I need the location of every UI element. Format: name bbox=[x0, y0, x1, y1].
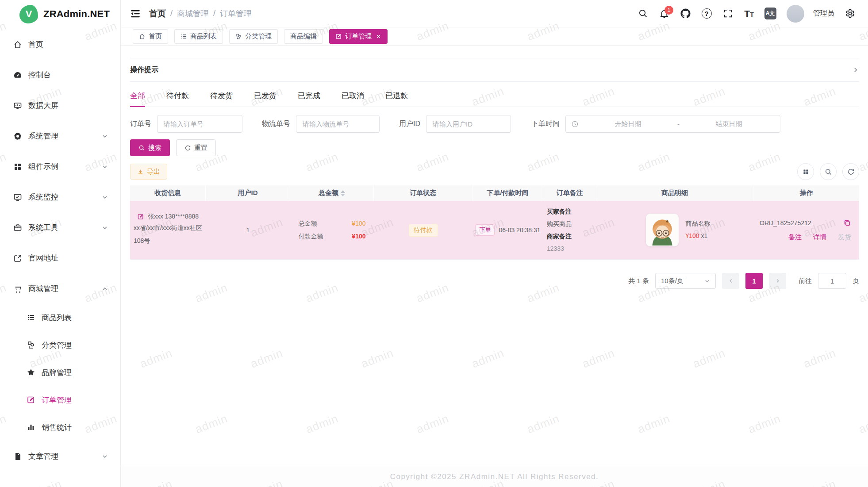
tag-category[interactable]: 分类管理 bbox=[229, 29, 278, 44]
export-button[interactable]: 导出 bbox=[130, 164, 167, 180]
tag-product-edit[interactable]: 商品编辑 bbox=[284, 29, 323, 44]
order-time-value: 06-03 20:38:31 bbox=[499, 226, 540, 234]
date-range-separator: - bbox=[677, 120, 680, 128]
breadcrumb-mall[interactable]: 商城管理 bbox=[177, 8, 209, 19]
user-avatar[interactable] bbox=[787, 5, 804, 23]
col-header-user-id: 用户ID bbox=[206, 185, 290, 201]
bar-chart-icon bbox=[27, 423, 35, 432]
ship-action-button[interactable]: 发货 bbox=[838, 233, 851, 242]
tracking-no-input[interactable] bbox=[296, 115, 380, 133]
header-search-button[interactable] bbox=[634, 5, 651, 22]
order-no-input[interactable] bbox=[157, 115, 242, 133]
tips-panel-header[interactable]: 操作提示 bbox=[130, 58, 859, 82]
filter-form: 订单号 物流单号 用户ID 下单时间 开始日期 - 结束日期 bbox=[130, 115, 859, 133]
sidebar-item-sales-stats[interactable]: 销售统计 bbox=[0, 414, 120, 441]
sidebar: V ZRAdmin.NET 首页 控制台 数据大屏 系统管理 bbox=[0, 0, 121, 487]
note-action-button[interactable]: 备注 bbox=[788, 233, 802, 242]
end-date-placeholder: 结束日期 bbox=[683, 120, 775, 128]
sidebar-item-orders[interactable]: 订单管理 bbox=[0, 386, 120, 414]
close-icon[interactable] bbox=[376, 34, 381, 39]
breadcrumb: 首页 / 商城管理 / 订单管理 bbox=[149, 8, 252, 19]
refresh-icon bbox=[847, 168, 855, 176]
tab-all[interactable]: 全部 bbox=[130, 87, 145, 107]
search-icon bbox=[638, 8, 648, 19]
sidebar-item-data-screen[interactable]: 数据大屏 bbox=[0, 90, 120, 121]
product-image[interactable] bbox=[646, 214, 679, 246]
sidebar-item-mall[interactable]: 商城管理 bbox=[0, 273, 120, 304]
sidebar-menu: 首页 控制台 数据大屏 系统管理 组件示例 系统监控 bbox=[0, 28, 120, 472]
breadcrumb-home[interactable]: 首页 bbox=[149, 8, 166, 19]
settings-button[interactable] bbox=[841, 5, 858, 22]
detail-action-button[interactable]: 详情 bbox=[813, 233, 826, 242]
main-area: 首页 / 商城管理 / 订单管理 1 ? bbox=[121, 0, 868, 487]
chevron-up-icon bbox=[102, 286, 108, 292]
col-header-actions: 操作 bbox=[753, 185, 859, 201]
external-link-icon bbox=[13, 254, 22, 263]
sidebar-fold-button[interactable] bbox=[128, 6, 143, 21]
sidebar-item-website[interactable]: 官网地址 bbox=[0, 243, 120, 273]
order-time-label: 下单时间 bbox=[531, 119, 560, 129]
next-page-button[interactable] bbox=[769, 273, 786, 289]
language-button[interactable]: A文 bbox=[762, 5, 779, 22]
column-settings-button[interactable] bbox=[797, 163, 814, 180]
clock-icon bbox=[571, 120, 579, 128]
sidebar-item-components[interactable]: 组件示例 bbox=[0, 151, 120, 182]
copy-icon[interactable] bbox=[843, 219, 851, 227]
tab-shipped[interactable]: 已发货 bbox=[254, 87, 277, 107]
home-icon bbox=[139, 33, 146, 40]
help-button[interactable]: ? bbox=[698, 5, 715, 22]
edit-address-icon[interactable] bbox=[137, 213, 144, 220]
sidebar-item-home[interactable]: 首页 bbox=[0, 29, 120, 60]
cell-status: 待付款 bbox=[374, 201, 472, 259]
table-header-row: 收货信息 用户ID 总金额 订单状态 下单/付款时间 订单备注 商品明细 操作 bbox=[130, 185, 859, 201]
logo-icon: V bbox=[19, 5, 38, 23]
sidebar-item-product-list[interactable]: 商品列表 bbox=[0, 304, 120, 331]
sort-carets-icon[interactable] bbox=[341, 190, 345, 196]
user-id-input[interactable] bbox=[426, 115, 511, 133]
reset-button[interactable]: 重置 bbox=[176, 139, 216, 156]
tag-orders-active[interactable]: 订单管理 bbox=[329, 29, 388, 44]
pagination: 共 1 条 10条/页 1 前往 页 bbox=[130, 273, 859, 289]
sidebar-item-articles[interactable]: 文章管理 bbox=[0, 441, 120, 472]
search-button[interactable]: 搜索 bbox=[130, 139, 170, 156]
cell-receiver: 张xxx 138****8888 xx省/xx市/xxx街道xx社区108号 bbox=[130, 201, 206, 259]
tag-home[interactable]: 首页 bbox=[133, 29, 168, 44]
table-refresh-button[interactable] bbox=[842, 163, 859, 180]
sidebar-item-console[interactable]: 控制台 bbox=[0, 60, 120, 90]
tab-pending-payment[interactable]: 待付款 bbox=[166, 87, 189, 107]
total-amount: ¥100 bbox=[352, 217, 365, 230]
order-page-content: 操作提示 全部 待付款 待发货 已发货 已完成 已取消 已退款 订单号 物流单号… bbox=[121, 46, 868, 466]
sidebar-item-tools[interactable]: 系统工具 bbox=[0, 212, 120, 243]
sidebar-item-monitor[interactable]: 系统监控 bbox=[0, 182, 120, 212]
app-logo[interactable]: V ZRAdmin.NET bbox=[0, 0, 120, 28]
col-header-amount[interactable]: 总金额 bbox=[290, 185, 374, 201]
font-size-button[interactable]: TT bbox=[741, 5, 757, 22]
tips-panel-title: 操作提示 bbox=[130, 65, 158, 75]
breadcrumb-separator: / bbox=[170, 9, 173, 18]
prev-page-button[interactable] bbox=[722, 273, 739, 289]
github-button[interactable] bbox=[677, 5, 694, 22]
notifications-button[interactable]: 1 bbox=[656, 5, 672, 22]
sidebar-item-system-admin[interactable]: 系统管理 bbox=[0, 121, 120, 151]
tab-refunded[interactable]: 已退款 bbox=[385, 87, 408, 107]
page-size-select[interactable]: 10条/页 bbox=[655, 273, 716, 289]
user-name[interactable]: 管理员 bbox=[813, 9, 834, 18]
copyright-text: Copyright ©2025 ZRAdmin.NET All Rights R… bbox=[390, 472, 599, 481]
col-header-receiver: 收货信息 bbox=[130, 185, 206, 201]
table-toolbar: 导出 bbox=[130, 163, 859, 180]
tab-completed[interactable]: 已完成 bbox=[298, 87, 320, 107]
tab-pending-shipment[interactable]: 待发货 bbox=[210, 87, 233, 107]
sidebar-item-brand[interactable]: 品牌管理 bbox=[0, 359, 120, 386]
user-id-label: 用户ID bbox=[399, 119, 420, 129]
page-number-current[interactable]: 1 bbox=[745, 273, 763, 289]
goto-page-input[interactable] bbox=[818, 273, 846, 289]
tag-product-list[interactable]: 商品列表 bbox=[174, 29, 223, 44]
cell-amount: 总金额¥100 付款金额¥100 bbox=[290, 201, 374, 259]
table-search-button[interactable] bbox=[820, 163, 837, 180]
date-range-picker[interactable]: 开始日期 - 结束日期 bbox=[565, 115, 780, 133]
fullscreen-button[interactable] bbox=[719, 5, 736, 22]
sidebar-item-category[interactable]: 分类管理 bbox=[0, 331, 120, 359]
fullscreen-icon bbox=[723, 8, 733, 19]
time-tag-badge: 下单 bbox=[475, 224, 495, 236]
tab-cancelled[interactable]: 已取消 bbox=[342, 87, 364, 107]
